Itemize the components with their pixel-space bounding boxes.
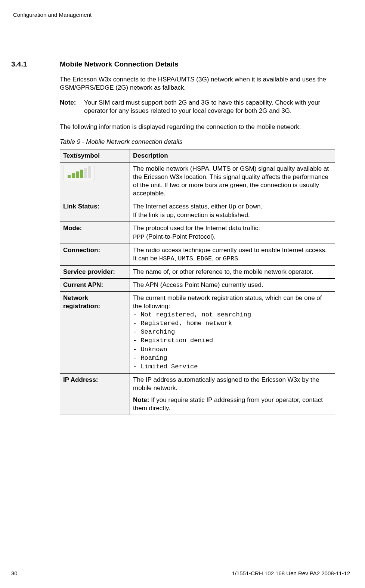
network-registration-label: Network registration: xyxy=(60,291,130,373)
svg-rect-2 xyxy=(72,173,75,178)
table-row: Link Status: The Internet access status,… xyxy=(60,200,335,222)
svg-rect-3 xyxy=(76,171,79,178)
table-head-col1: Text/symbol xyxy=(60,149,130,162)
signal-strength-icon xyxy=(63,165,95,181)
table-caption: Table 9 - Mobile Network connection deta… xyxy=(60,138,335,146)
svg-rect-5 xyxy=(84,168,87,178)
section-number: 3.4.1 xyxy=(11,60,27,69)
current-apn-desc: The APN (Access Point Name) currently us… xyxy=(130,278,335,291)
details-table: Text/symbol Description xyxy=(60,149,335,415)
section-title: Mobile Network Connection Details xyxy=(60,60,179,69)
connection-label: Connection: xyxy=(60,244,130,265)
table-head-col2: Description xyxy=(130,149,335,162)
table-row: Service provider: The name of, or other … xyxy=(60,265,335,278)
page-number: 30 xyxy=(11,570,18,577)
table-row: Current APN: The APN (Access Point Name)… xyxy=(60,278,335,291)
connection-desc: The radio access technique currently use… xyxy=(130,244,335,265)
table-row: The mobile network (HSPA, UMTS or GSM) s… xyxy=(60,162,335,200)
note-label: Note: xyxy=(60,99,84,115)
mode-label: Mode: xyxy=(60,222,130,244)
signal-description: The mobile network (HSPA, UMTS or GSM) s… xyxy=(130,162,335,200)
network-registration-desc: The current mobile network registration … xyxy=(130,291,335,373)
table-row: Network registration: The current mobile… xyxy=(60,291,335,373)
svg-rect-4 xyxy=(80,170,83,178)
document-reference: 1/1551-CRH 102 168 Uen Rev PA2 2008-11-1… xyxy=(232,570,350,577)
service-provider-label: Service provider: xyxy=(60,265,130,278)
svg-rect-6 xyxy=(88,166,91,178)
service-provider-desc: The name of, or other reference to, the … xyxy=(130,265,335,278)
note-body: Your SIM card must support both 2G and 3… xyxy=(84,99,335,115)
link-status-label: Link Status: xyxy=(60,200,130,222)
table-row: Mode: The protocol used for the Internet… xyxy=(60,222,335,244)
mode-desc: The protocol used for the Internet data … xyxy=(130,222,335,244)
svg-rect-1 xyxy=(68,175,71,178)
ip-address-desc: The IP address automatically assigned to… xyxy=(130,373,335,415)
current-apn-label: Current APN: xyxy=(60,278,130,291)
table-row: IP Address: The IP address automatically… xyxy=(60,373,335,415)
ip-address-label: IP Address: xyxy=(60,373,130,415)
table-row: Connection: The radio access technique c… xyxy=(60,244,335,265)
intro-paragraph: The Ericsson W3x connects to the HSPA/UM… xyxy=(60,75,335,92)
following-paragraph: The following information is displayed r… xyxy=(60,123,335,131)
running-header: Configuration and Management xyxy=(13,11,350,19)
link-status-desc: The Internet access status, either Up or… xyxy=(130,200,335,222)
